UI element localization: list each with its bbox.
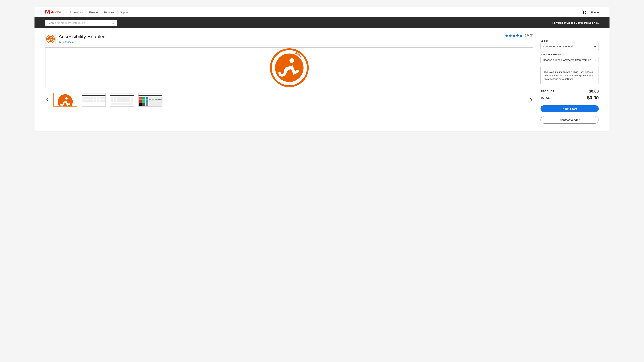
svg-rect-16 bbox=[296, 52, 297, 53]
thumbs bbox=[53, 93, 526, 106]
svg-point-10 bbox=[290, 58, 294, 63]
user-actions: Sign In bbox=[582, 10, 599, 14]
edition-field: Edition Adobe Commerce (cloud) bbox=[540, 40, 599, 50]
search-box[interactable] bbox=[45, 20, 117, 26]
svg-point-19 bbox=[58, 94, 72, 106]
version-value: Choose Adobe Commerce Store version bbox=[543, 58, 591, 62]
product-header: Accessibility Enabler by HikeOrders 5.0 … bbox=[45, 34, 533, 44]
thumb-4[interactable] bbox=[138, 93, 162, 106]
svg-rect-12 bbox=[296, 53, 297, 54]
svg-rect-15 bbox=[300, 56, 300, 57]
version-field: Your store version Choose Adobe Commerce… bbox=[540, 53, 599, 63]
svg-rect-14 bbox=[299, 55, 300, 56]
signin-link[interactable]: Sign In bbox=[590, 11, 599, 14]
star-icon bbox=[516, 34, 519, 37]
edition-select[interactable]: Adobe Commerce (cloud) bbox=[540, 43, 599, 50]
svg-line-1 bbox=[114, 23, 115, 24]
adobe-logo-icon bbox=[45, 10, 50, 14]
total-price-row: TOTAL: $0.00 bbox=[540, 95, 599, 100]
integration-notice: This is an Integration with a Third Part… bbox=[540, 67, 599, 84]
product-price-label: PRODUCT bbox=[540, 90, 554, 93]
rating-number: 5.0 bbox=[525, 34, 529, 37]
svg-point-20 bbox=[65, 97, 68, 100]
contact-vendor-button[interactable]: Contact Vendor bbox=[540, 116, 599, 124]
nav-links: Extensions Themes Partners Support bbox=[70, 11, 582, 14]
rating-count: (2) bbox=[530, 34, 533, 37]
svg-rect-7 bbox=[52, 37, 53, 37]
search-icon bbox=[112, 21, 115, 24]
thumb-4-img bbox=[138, 93, 162, 106]
total-price-value: $0.00 bbox=[587, 95, 599, 100]
vendor-link[interactable]: HikeOrders bbox=[62, 40, 74, 43]
svg-rect-11 bbox=[295, 53, 296, 54]
product-title: Accessibility Enabler bbox=[58, 34, 502, 40]
top-nav: Adobe Extensions Themes Partners Support… bbox=[34, 7, 610, 17]
svg-rect-13 bbox=[298, 54, 299, 55]
svg-point-0 bbox=[112, 22, 114, 24]
gallery-prev-icon[interactable] bbox=[45, 97, 50, 102]
nav-support[interactable]: Support bbox=[120, 11, 130, 14]
total-price-label: TOTAL: bbox=[540, 96, 551, 99]
product-price-row: PRODUCT $0.00 bbox=[540, 89, 599, 94]
product-title-wrap: Accessibility Enabler by HikeOrders bbox=[58, 34, 502, 43]
svg-rect-24 bbox=[73, 97, 74, 97]
nav-extensions[interactable]: Extensions bbox=[70, 11, 83, 14]
thumb-1[interactable] bbox=[53, 93, 77, 106]
product-price-value: $0.00 bbox=[589, 89, 599, 94]
svg-rect-23 bbox=[72, 96, 73, 96]
nav-themes[interactable]: Themes bbox=[88, 11, 98, 14]
version-select[interactable]: Choose Adobe Commerce Store version bbox=[540, 56, 599, 63]
svg-point-4 bbox=[50, 37, 52, 38]
left-column: Accessibility Enabler by HikeOrders 5.0 … bbox=[45, 34, 533, 124]
page-wrapper: Adobe Extensions Themes Partners Support… bbox=[34, 7, 610, 131]
brand-logo[interactable]: Adobe bbox=[45, 10, 61, 14]
brand-text: Adobe bbox=[51, 10, 61, 14]
edition-label: Edition bbox=[540, 40, 599, 42]
rating[interactable]: 5.0 (2) bbox=[505, 34, 533, 37]
main-product-image bbox=[45, 48, 533, 88]
svg-rect-6 bbox=[52, 36, 52, 37]
search-input[interactable] bbox=[48, 22, 112, 24]
thumb-2[interactable] bbox=[82, 93, 106, 106]
svg-rect-22 bbox=[72, 95, 72, 96]
svg-rect-5 bbox=[52, 36, 52, 36]
svg-rect-17 bbox=[298, 52, 299, 53]
stars bbox=[505, 34, 523, 37]
gallery-next-icon[interactable] bbox=[529, 97, 533, 102]
accessibility-logo-large bbox=[270, 48, 309, 87]
version-label: Your store version bbox=[540, 53, 599, 56]
add-to-cart-button[interactable]: Add to cart bbox=[540, 105, 599, 112]
accessibility-icon bbox=[46, 35, 55, 43]
star-icon bbox=[505, 34, 508, 37]
thumb-3[interactable] bbox=[110, 93, 134, 106]
star-icon bbox=[519, 34, 523, 37]
product-thumb-icon bbox=[45, 34, 56, 44]
search-bar: Powered by Adobe Commerce 2.4.7-p1 bbox=[34, 17, 610, 28]
star-icon bbox=[508, 34, 512, 37]
by-prefix: by bbox=[58, 40, 62, 43]
product-byline: by HikeOrders bbox=[58, 40, 502, 43]
thumb-1-img bbox=[54, 93, 77, 106]
svg-rect-21 bbox=[70, 95, 71, 96]
star-icon bbox=[512, 34, 516, 37]
image-gallery bbox=[45, 93, 533, 106]
nav-partners[interactable]: Partners bbox=[104, 11, 114, 14]
powered-by-text: Powered by Adobe Commerce 2.4.7-p1 bbox=[552, 22, 599, 24]
cart-icon[interactable] bbox=[582, 10, 587, 14]
thumb-2-img bbox=[82, 93, 106, 106]
edition-value: Adobe Commerce (cloud) bbox=[543, 45, 574, 48]
thumb-3-img bbox=[110, 93, 134, 106]
svg-rect-18 bbox=[299, 53, 300, 54]
right-column: Edition Adobe Commerce (cloud) Your stor… bbox=[540, 34, 599, 124]
content: Accessibility Enabler by HikeOrders 5.0 … bbox=[34, 28, 610, 131]
